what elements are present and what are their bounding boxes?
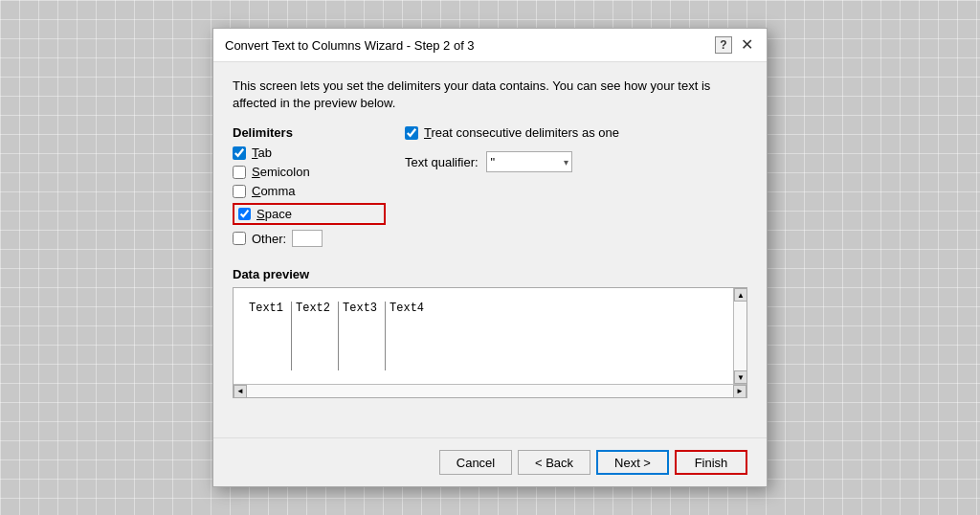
treat-consecutive-label[interactable]: Treat consecutive delimiters as one: [424, 125, 619, 140]
text-qualifier-label: Text qualifier:: [405, 155, 479, 169]
data-preview-label: Data preview: [233, 267, 747, 281]
delimiters-section: Delimiters Tab Semicolon Comma: [233, 125, 386, 252]
delimiters-label: Delimiters: [233, 125, 386, 140]
preview-scrollbar-horizontal: ◄ ►: [234, 384, 746, 397]
tab-checkbox[interactable]: [233, 146, 246, 160]
title-bar: Convert Text to Columns Wizard - Step 2 …: [213, 29, 767, 62]
options-section: Treat consecutive delimiters as one Text…: [405, 125, 747, 252]
other-input[interactable]: [292, 230, 323, 247]
dialog-title: Convert Text to Columns Wizard - Step 2 …: [225, 38, 475, 53]
semicolon-label[interactable]: Semicolon: [252, 165, 310, 179]
treat-consecutive-checkbox[interactable]: [405, 126, 418, 140]
scroll-right-button[interactable]: ►: [733, 385, 746, 398]
title-bar-controls: ? ✕: [715, 36, 755, 54]
back-button[interactable]: < Back: [518, 450, 590, 475]
dialog-body: This screen lets you set the delimiters …: [213, 62, 767, 437]
close-button[interactable]: ✕: [738, 36, 755, 54]
preview-col-4: Text4: [386, 302, 432, 370]
space-checkbox-row: Space: [233, 203, 386, 225]
preview-columns: Text1 Text2 Text3 Text4: [241, 296, 725, 376]
semicolon-checkbox[interactable]: [233, 166, 246, 179]
cancel-button[interactable]: Cancel: [439, 450, 512, 475]
preview-col-2: Text2: [292, 302, 339, 370]
preview-scrollbar-vertical: ▲ ▼: [733, 288, 746, 384]
main-content: Delimiters Tab Semicolon Comma: [233, 125, 747, 252]
text-qualifier-select-wrapper: " ' {none}: [486, 151, 572, 172]
comma-label[interactable]: Comma: [252, 184, 296, 198]
scroll-up-button[interactable]: ▲: [734, 288, 747, 302]
preview-inner: Text1 Text2 Text3 Text4 ▲ ▼: [234, 288, 746, 384]
scroll-down-button[interactable]: ▼: [734, 370, 747, 384]
scroll-track-v: [734, 302, 746, 370]
preview-col-1: Text1: [245, 302, 292, 370]
text-qualifier-row: Text qualifier: " ' {none}: [405, 151, 747, 172]
comma-checkbox[interactable]: [233, 185, 246, 198]
scroll-left-button[interactable]: ◄: [234, 385, 247, 398]
description-text: This screen lets you set the delimiters …: [233, 78, 747, 112]
tab-label[interactable]: Tab: [252, 146, 272, 160]
text-qualifier-select[interactable]: " ' {none}: [486, 151, 572, 172]
other-checkbox[interactable]: [233, 232, 246, 245]
data-preview-section: Data preview Text1 Text2 Text3 Text4: [233, 267, 747, 398]
next-button[interactable]: Next >: [596, 450, 669, 475]
semicolon-checkbox-row: Semicolon: [233, 165, 386, 179]
preview-content: Text1 Text2 Text3 Text4: [234, 288, 733, 384]
space-checkbox[interactable]: [238, 208, 251, 220]
preview-wrapper: Text1 Text2 Text3 Text4 ▲ ▼: [233, 287, 747, 398]
dialog-window: Convert Text to Columns Wizard - Step 2 …: [212, 28, 768, 487]
tab-checkbox-row: Tab: [233, 146, 386, 160]
other-label[interactable]: Other:: [252, 232, 286, 246]
title-bar-left: Convert Text to Columns Wizard - Step 2 …: [225, 38, 475, 53]
help-button[interactable]: ?: [715, 36, 732, 54]
finish-button[interactable]: Finish: [675, 450, 747, 475]
space-label[interactable]: Space: [256, 207, 292, 221]
treat-consecutive-row: Treat consecutive delimiters as one: [405, 125, 747, 140]
other-checkbox-row: Other:: [233, 230, 386, 247]
comma-checkbox-row: Comma: [233, 184, 386, 198]
scroll-track-h: [247, 385, 733, 397]
preview-col-3: Text3: [339, 302, 386, 370]
dialog-footer: Cancel < Back Next > Finish: [213, 437, 767, 486]
